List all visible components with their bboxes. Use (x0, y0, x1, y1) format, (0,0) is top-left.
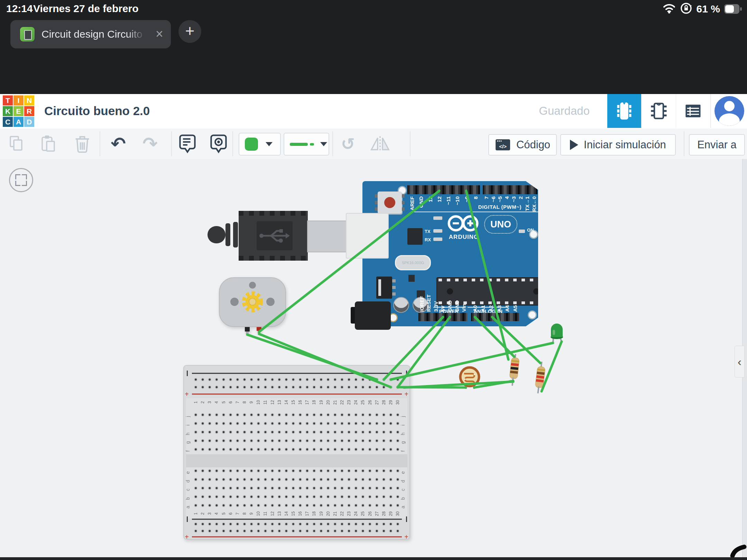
rotate-button[interactable]: ↺ (338, 129, 358, 159)
view-breadboard-button[interactable] (607, 94, 641, 128)
analog-header[interactable] (471, 313, 519, 321)
new-tab-button[interactable]: + (178, 20, 201, 43)
tinkercad-header: TINKERCAD Circuito bueno 2.0 Guardado (0, 94, 747, 129)
mirror-button[interactable] (369, 129, 391, 159)
digital-header-a[interactable] (407, 185, 480, 194)
tinkercad-logo[interactable]: TINKERCAD (3, 95, 35, 128)
avatar-tile[interactable] (710, 94, 747, 128)
undo-button[interactable]: ↶ (108, 129, 129, 159)
tab-close-icon[interactable]: × (156, 26, 163, 41)
svg-text:+: + (404, 390, 408, 398)
rx-label: RX (425, 237, 431, 242)
wire-style-dropdown[interactable] (284, 133, 329, 156)
power-header[interactable] (418, 313, 468, 321)
pin-label: IOREF (418, 291, 425, 312)
photoresistor[interactable] (458, 365, 481, 390)
svg-text:6: 6 (228, 512, 233, 515)
dc-motor[interactable] (218, 274, 287, 338)
usb-port (346, 213, 389, 259)
svg-text:26: 26 (368, 400, 372, 405)
svg-text:2: 2 (200, 512, 205, 515)
wifi-icon (663, 2, 676, 16)
reset-button[interactable] (378, 192, 402, 214)
chevron-down-icon (320, 142, 327, 146)
delete-icon[interactable] (72, 129, 93, 159)
svg-text:b: b (185, 497, 191, 500)
svg-text:j: j (185, 416, 191, 417)
design-title[interactable]: Circuito bueno 2.0 (44, 94, 150, 128)
browser-chrome: 12:14 Viernes 27 de febrero 61 % (0, 0, 747, 94)
paste-icon[interactable] (39, 129, 58, 159)
svg-text:e: e (400, 471, 406, 474)
digital-header-b[interactable] (483, 185, 537, 194)
svg-text:a: a (400, 506, 406, 508)
svg-text:26: 26 (368, 511, 372, 516)
battery-percent: 61 % (697, 3, 720, 15)
view-list-button[interactable] (676, 94, 710, 128)
resistor-1k[interactable] (508, 354, 519, 386)
logo-tile: R (24, 106, 34, 116)
copy-icon[interactable] (8, 129, 26, 159)
svg-text:d: d (185, 480, 191, 483)
code-icon: </> (495, 138, 511, 152)
logo-tile: K (3, 106, 13, 116)
green-led[interactable] (548, 320, 566, 344)
pin-label: A4 (503, 291, 511, 312)
svg-text:22: 22 (340, 511, 344, 516)
svg-text:1: 1 (193, 401, 198, 403)
breadboard[interactable]: 1122334455667788991010111112121313141415… (183, 365, 410, 540)
capacitor (393, 297, 409, 313)
pin-label: 3.3V (433, 291, 440, 312)
circuit-canvas[interactable]: AREFGND1312~11~10~98 7~6~54~32TX→1RX←0 D… (0, 159, 747, 560)
pin-label: RESET (425, 291, 432, 312)
avatar[interactable] (714, 96, 744, 126)
crystal: SPK16.000G (395, 255, 431, 270)
svg-text:+: + (185, 390, 189, 398)
svg-text:29: 29 (388, 511, 393, 516)
svg-text:9: 9 (249, 401, 254, 403)
screen-bottom-edge (0, 557, 747, 560)
editor-toolbar: ↶ ↷ ↺ (0, 129, 747, 160)
pin-label: 5V (440, 291, 446, 312)
browser-tab[interactable]: Circuit design Circuito b × (10, 20, 171, 48)
logo-tile: C (3, 117, 13, 127)
svg-text:</>: </> (499, 143, 507, 149)
svg-text:17: 17 (305, 511, 310, 516)
svg-text:12: 12 (270, 511, 275, 516)
uno-label: UNO (484, 215, 517, 234)
notes-icon[interactable] (177, 129, 198, 159)
tab-title: Circuit design Circuito b (42, 28, 145, 40)
chevron-down-icon (266, 142, 273, 146)
svg-text:20: 20 (326, 400, 331, 405)
svg-text:4: 4 (214, 401, 219, 403)
svg-text:+: + (404, 533, 408, 540)
screen: 12:14 Viernes 27 de febrero 61 % (0, 0, 747, 560)
logo-tile: I (13, 95, 24, 105)
code-button[interactable]: </> Código (488, 134, 557, 156)
svg-text:5: 5 (221, 512, 226, 515)
color-dropdown[interactable] (239, 133, 281, 156)
send-to-button[interactable]: Enviar a (689, 134, 745, 156)
svg-text:27: 27 (375, 400, 379, 405)
logo-tile: A (13, 117, 24, 127)
zoom-to-fit-button[interactable] (9, 168, 33, 192)
svg-text:18: 18 (312, 511, 316, 516)
start-simulation-button[interactable]: Iniciar simulación (560, 134, 676, 156)
svg-text:8: 8 (242, 512, 247, 515)
redo-button[interactable]: ↷ (140, 129, 160, 159)
svg-text:14: 14 (284, 400, 289, 405)
svg-text:2: 2 (200, 401, 205, 403)
svg-text:10: 10 (256, 400, 261, 405)
browser-toolbar: ← → ↻ tinkercad.com (0, 48, 747, 94)
view-schematic-button[interactable] (642, 94, 676, 128)
pin-label: A1 (479, 291, 487, 312)
resistor-band (537, 372, 545, 375)
on-label: ON (527, 227, 534, 233)
panel-expand-button[interactable]: ‹ (735, 346, 745, 377)
resistor-band (511, 360, 519, 362)
usb-cable[interactable] (208, 226, 225, 243)
svg-text:10: 10 (256, 511, 261, 516)
wire-style-swatch (290, 143, 308, 146)
component-visibility-icon[interactable] (208, 129, 229, 159)
resistor-220[interactable] (534, 361, 545, 394)
